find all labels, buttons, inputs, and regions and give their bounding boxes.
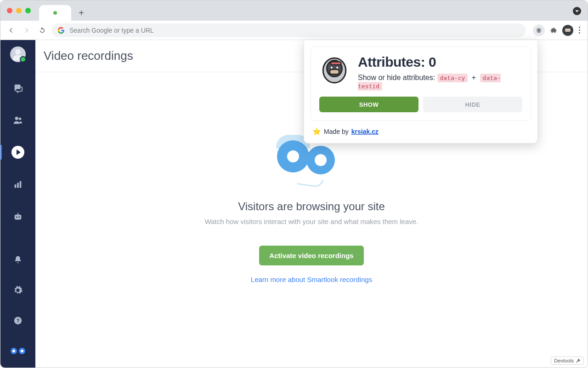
extension-title-prefix: Attributes: bbox=[358, 54, 429, 69]
sidebar-item-help[interactable]: ? bbox=[0, 311, 35, 330]
browser-toolbar: Search Google or type a URL bbox=[0, 21, 588, 40]
extension-tag-datacy: data-cy bbox=[437, 74, 468, 82]
extension-show-button[interactable]: SHOW bbox=[319, 97, 418, 112]
window-minimize-button[interactable] bbox=[16, 8, 22, 13]
sidebar-avatar[interactable] bbox=[10, 46, 26, 62]
bar-chart-icon bbox=[13, 179, 23, 190]
extension-count: 0 bbox=[429, 54, 436, 69]
sidebar-item-notifications[interactable] bbox=[0, 251, 35, 269]
svg-text:?: ? bbox=[17, 318, 19, 323]
bell-icon bbox=[13, 255, 23, 265]
sidebar-item-recordings[interactable] bbox=[0, 143, 35, 161]
empty-state-headline: Visitors are browsing your site bbox=[238, 200, 385, 213]
empty-state-subline: Watch how visitors interact with your si… bbox=[205, 218, 418, 225]
reload-button[interactable] bbox=[36, 24, 48, 36]
browser-tab[interactable] bbox=[39, 5, 71, 21]
extensions-menu-button[interactable] bbox=[548, 24, 560, 36]
extension-hide-button[interactable]: HIDE bbox=[423, 97, 522, 112]
sidebar-item-users[interactable] bbox=[0, 111, 35, 129]
svg-point-1 bbox=[537, 29, 541, 32]
window-controls bbox=[7, 0, 39, 21]
activate-recordings-button[interactable]: Activate video recordings bbox=[259, 246, 363, 265]
svg-rect-11 bbox=[17, 213, 18, 215]
search-provider-icon bbox=[57, 27, 65, 34]
extension-description: Show or hide attributes: data-cy + data-… bbox=[358, 74, 522, 90]
window-close-button[interactable] bbox=[7, 8, 12, 13]
wrench-icon bbox=[576, 358, 581, 363]
svg-rect-17 bbox=[331, 62, 341, 65]
svg-point-9 bbox=[16, 216, 17, 218]
address-bar[interactable]: Search Google or type a URL bbox=[52, 23, 526, 37]
sidebar-item-integrations[interactable] bbox=[0, 207, 35, 226]
address-bar-placeholder: Search Google or type a URL bbox=[69, 27, 154, 34]
extension-button[interactable] bbox=[533, 24, 545, 36]
svg-point-19 bbox=[336, 67, 338, 69]
profile-button[interactable] bbox=[562, 25, 573, 36]
sidebar-item-conversations[interactable] bbox=[0, 79, 35, 97]
page-title: Video recordings bbox=[44, 49, 133, 63]
users-icon bbox=[13, 115, 23, 125]
sidebar-item-brand[interactable] bbox=[0, 342, 35, 360]
svg-point-4 bbox=[19, 118, 22, 121]
extension-popup: Attributes: 0 Show or hide attributes: d… bbox=[304, 40, 538, 144]
extension-button-row: SHOW HIDE bbox=[319, 97, 522, 112]
play-icon bbox=[11, 146, 24, 159]
bot-icon bbox=[13, 212, 23, 222]
back-button[interactable] bbox=[5, 24, 17, 36]
sidebar-item-settings[interactable] bbox=[0, 281, 35, 299]
browser-window: + Search Google or type a URL bbox=[0, 0, 588, 368]
gear-icon bbox=[13, 285, 23, 295]
sidebar: ? bbox=[0, 40, 35, 368]
devtools-badge[interactable]: Devtools bbox=[551, 356, 584, 365]
learn-more-link[interactable]: Learn more about Smartlook recordings bbox=[251, 276, 372, 283]
svg-rect-8 bbox=[15, 214, 22, 219]
svg-point-10 bbox=[18, 216, 20, 218]
tab-list-button[interactable] bbox=[573, 7, 581, 15]
svg-rect-5 bbox=[15, 184, 17, 188]
sidebar-item-analytics[interactable] bbox=[0, 175, 35, 194]
forward-button[interactable] bbox=[21, 24, 33, 36]
svg-rect-7 bbox=[20, 181, 22, 188]
extension-card: Attributes: 0 Show or hide attributes: d… bbox=[311, 46, 531, 121]
extension-tag-plus: + bbox=[472, 74, 476, 81]
tab-favicon bbox=[53, 11, 57, 15]
browser-menu-button[interactable] bbox=[576, 27, 583, 34]
extension-desc-prefix: Show or hide attributes: bbox=[358, 74, 437, 81]
svg-rect-16 bbox=[330, 69, 339, 74]
help-icon: ? bbox=[13, 316, 23, 326]
star-icon: ⭐ bbox=[312, 127, 321, 136]
extension-madeby-link[interactable]: krsiak.cz bbox=[351, 128, 379, 135]
brand-eyes-icon bbox=[11, 348, 25, 354]
svg-rect-6 bbox=[17, 183, 19, 188]
extension-logo-icon bbox=[319, 54, 350, 85]
extension-madeby-prefix: Made by bbox=[324, 128, 349, 135]
chat-icon bbox=[13, 83, 23, 93]
extension-title: Attributes: 0 bbox=[358, 54, 522, 70]
new-tab-button[interactable]: + bbox=[75, 6, 88, 19]
toolbar-actions bbox=[529, 24, 583, 36]
svg-point-3 bbox=[15, 117, 18, 120]
svg-rect-2 bbox=[537, 31, 540, 33]
tab-strip: + bbox=[0, 0, 588, 21]
svg-point-18 bbox=[331, 67, 333, 69]
extension-footer: ⭐ Made by krsiak.cz bbox=[304, 121, 537, 143]
window-zoom-button[interactable] bbox=[25, 8, 31, 13]
devtools-label: Devtools bbox=[554, 358, 574, 363]
